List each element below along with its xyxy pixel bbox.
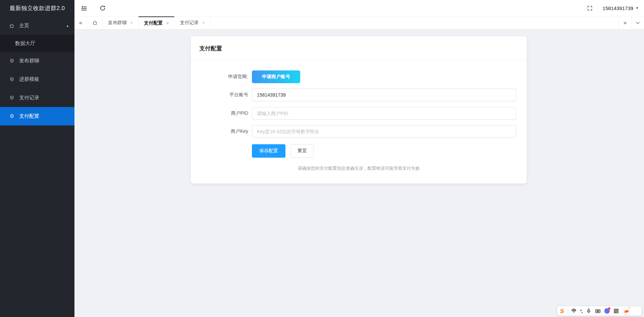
sidebar-item-payment-config[interactable]: 支付配置 [0, 107, 74, 125]
ai-face-icon[interactable]: ✦ [623, 307, 630, 315]
menu-fold-icon [81, 5, 87, 11]
caret-down-icon: ▼ [636, 6, 639, 10]
merchant-key-label: 商户Key [191, 128, 248, 135]
sidebar-item-payment-records[interactable]: 支付记录 [0, 89, 74, 107]
sidebar-item-group-template[interactable]: 进群模板 [0, 70, 74, 89]
shield-check-icon [9, 95, 14, 101]
toolbox-grid-icon[interactable] [613, 308, 619, 314]
sidebar-item-home[interactable]: 主页 ▲ [0, 16, 74, 35]
face-shape [624, 310, 629, 313]
tab-payment-records[interactable]: 支付记录 × [174, 16, 210, 29]
sidebar-item-publish-group[interactable]: 发布群聊 [0, 52, 74, 70]
refresh-button[interactable] [93, 0, 112, 16]
form-row-merchant-key: 商户Key [191, 125, 527, 138]
tab-payment-config[interactable]: 支付配置 × [139, 16, 174, 29]
card-title: 支付配置 [199, 45, 222, 52]
shield-check-icon [9, 77, 14, 82]
punctuation-icon[interactable]: °, [580, 309, 582, 314]
reset-button[interactable]: 重置 [290, 144, 314, 158]
sidebar-item-label: 数据大厅 [15, 40, 35, 47]
sidebar-item-label: 主页 [19, 22, 29, 29]
app-title: 最新独立收款进群2.0 [0, 0, 74, 16]
merchant-pid-input[interactable] [252, 107, 516, 120]
skin-blob-icon[interactable] [604, 308, 610, 314]
tray-divider [568, 309, 568, 314]
form-note: 请确保您的支付配置信息准确无误，配置错误可能导致支付失败 [191, 165, 527, 171]
payment-config-form: 申请官网: 申请商户账号 平台账号 商户PID 商户Key [191, 61, 527, 171]
tab-menu-button[interactable] [631, 16, 644, 29]
topbar: 15814391739 ▼ [74, 0, 644, 16]
tab-label: 支付配置 [144, 20, 163, 26]
app-window: 最新独立收款进群2.0 主页 ▲ 数据大厅 发布群聊 [0, 0, 644, 317]
sidebar-item-label: 发布群聊 [19, 58, 39, 64]
tab-scroll-right-button[interactable]: » [619, 16, 631, 29]
close-icon[interactable]: × [202, 20, 205, 25]
tab-label: 支付记录 [180, 20, 199, 26]
fullscreen-button[interactable] [580, 0, 599, 16]
merchant-key-input[interactable] [252, 125, 516, 138]
tabbar: « 发布群聊 × 支付配置 × 支付记录 × » [74, 16, 644, 30]
content-area: 支付配置 申请官网: 申请商户账号 平台账号 商户PID 商户Key [74, 30, 644, 317]
sidebar-menu: 主页 ▲ 数据大厅 发布群聊 进群模板 [0, 16, 74, 125]
microphone-icon[interactable] [586, 308, 591, 314]
chinese-mode-icon[interactable]: 中 [572, 308, 576, 314]
keyboard-icon[interactable] [595, 308, 601, 314]
fullscreen-icon [587, 5, 593, 11]
sidebar-item-label: 支付记录 [19, 95, 39, 101]
platform-account-input[interactable] [252, 89, 516, 101]
tab-label: 发布群聊 [108, 20, 127, 26]
shield-check-icon [9, 58, 14, 64]
home-icon [92, 20, 98, 25]
sidebar: 最新独立收款进群2.0 主页 ▲ 数据大厅 发布群聊 [0, 0, 74, 317]
merchant-pid-label: 商户PID [191, 110, 248, 116]
tab-publish-group[interactable]: 发布群聊 × [103, 16, 139, 29]
menu-fold-button[interactable] [74, 0, 93, 16]
chevron-up-icon: ▲ [66, 24, 69, 28]
chevron-down-icon [635, 20, 640, 25]
platform-account-label: 平台账号 [191, 92, 248, 98]
sparkle-icon: ✦ [628, 306, 631, 310]
shield-check-icon [9, 114, 14, 119]
card-header: 支付配置 [191, 36, 527, 61]
official-site-label: 申请官网: [191, 74, 248, 80]
sidebar-item-label: 支付配置 [19, 113, 39, 119]
payment-config-card: 支付配置 申请官网: 申请商户账号 平台账号 商户PID 商户Key [191, 36, 527, 183]
save-config-button[interactable]: 保存配置 [252, 144, 285, 158]
account-name: 15814391739 [602, 5, 633, 11]
tab-scroll-left-button[interactable]: « [74, 16, 87, 29]
home-icon [9, 23, 14, 29]
form-row-actions: 保存配置 重置 [191, 144, 527, 158]
form-row-platform-account: 平台账号 [191, 89, 527, 101]
refresh-icon [100, 5, 106, 11]
tabbar-spacer [211, 16, 619, 29]
form-row-merchant-pid: 商户PID [191, 107, 527, 120]
sogou-logo-icon[interactable]: S [560, 308, 565, 314]
close-icon[interactable]: × [130, 20, 133, 25]
sidebar-item-label: 进群模板 [19, 76, 39, 83]
apply-merchant-account-button[interactable]: 申请商户账号 [252, 70, 300, 83]
tab-home[interactable] [87, 16, 103, 29]
account-dropdown[interactable]: 15814391739 ▼ [599, 0, 644, 16]
close-icon[interactable]: × [166, 20, 169, 26]
form-row-official: 申请官网: 申请商户账号 [191, 70, 527, 83]
topbar-right: 15814391739 ▼ [580, 0, 644, 16]
sidebar-item-data-hall[interactable]: 数据大厅 [0, 35, 74, 52]
ime-toolbar: S 中 °, ✦ [557, 306, 642, 316]
